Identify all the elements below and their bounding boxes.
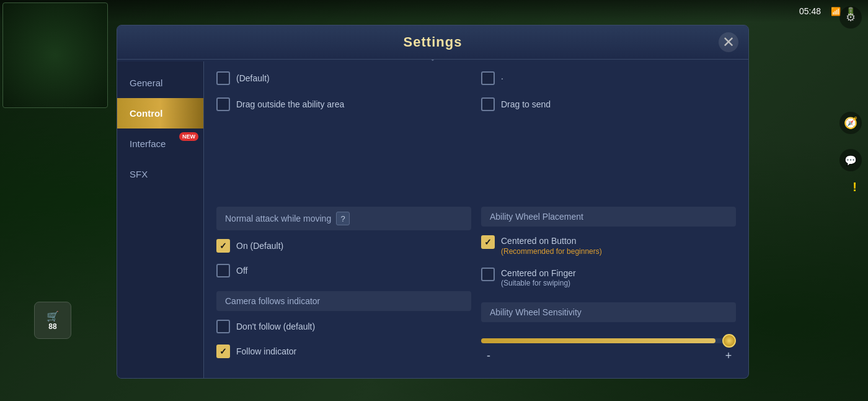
modal-header: Settings ✕ (117, 25, 748, 60)
sensitivity-slider-container: - + (481, 328, 736, 368)
dont-follow-label: Don't follow (default) (236, 322, 315, 331)
drag-to-send-col: Drag to send (481, 95, 736, 199)
default-label: (Default) (236, 73, 270, 83)
sidebar-item-general[interactable]: General (117, 68, 203, 98)
off-row: Off (216, 261, 471, 280)
normal-attack-title: Normal attack while moving (225, 214, 331, 223)
sensitivity-slider-track[interactable] (481, 338, 736, 343)
right-checkbox-partial[interactable] (481, 71, 495, 85)
dont-follow-row: Don't follow (default) (216, 317, 471, 336)
drag-outside-label: Drag outside the ability area (236, 99, 344, 109)
on-default-label: On (Default) (236, 241, 283, 251)
gear-icon[interactable]: ⚙ (839, 6, 862, 29)
ability-wheel-placement-header: Ability Wheel Placement (481, 207, 736, 227)
question-icon[interactable]: ? (336, 212, 350, 225)
game-right-panel: ⚙ 🧭 💬 ! (806, 0, 868, 401)
follow-indicator-row: Follow indicator (216, 342, 471, 361)
centered-button-label: Centered on Button (Recommended for begi… (501, 235, 602, 256)
off-checkbox[interactable] (216, 264, 230, 277)
follow-indicator-checkbox[interactable] (216, 345, 230, 358)
on-default-checkbox[interactable] (216, 239, 230, 253)
top-partial-left: (Default) (216, 71, 471, 85)
sensitivity-slider-controls: - + (481, 348, 736, 363)
close-button[interactable]: ✕ (719, 32, 738, 52)
centered-finger-checkbox[interactable] (481, 268, 495, 281)
sensitivity-slider-fill (481, 338, 715, 343)
off-label: Off (236, 266, 247, 276)
ability-wheel-placement-title: Ability Wheel Placement (490, 212, 583, 222)
cart-icon: 🛒 (46, 310, 59, 322)
centered-button-checkbox[interactable] (481, 235, 495, 249)
sidebar-item-sfx[interactable]: SFX (117, 159, 203, 189)
drag-outside-checkbox[interactable] (216, 97, 230, 111)
ability-wheel-sensitivity-header: Ability Wheel Sensitivity (481, 302, 736, 322)
sensitivity-slider-thumb[interactable] (722, 334, 736, 348)
cart-button[interactable]: 🛒 88 (34, 302, 71, 339)
settings-content: (Default) · Drag outside the ability are… (204, 61, 748, 378)
ability-wheel-sensitivity-title: Ability Wheel Sensitivity (490, 307, 582, 317)
sidebar-item-interface[interactable]: Interface NEW (117, 128, 203, 159)
camera-follows-header: Camera follows indicator (216, 291, 471, 311)
main-settings-columns: Normal attack while moving ? On (Default… (216, 207, 736, 368)
new-badge: NEW (179, 132, 198, 141)
top-partial-right: · (481, 71, 736, 85)
camera-follows-title: Camera follows indicator (225, 296, 320, 306)
centered-finger-option: Centered on Finger (Suitable for swiping… (481, 265, 736, 291)
default-checkbox-partial[interactable] (216, 71, 230, 85)
follow-indicator-label: Follow indicator (236, 346, 296, 356)
drag-to-send-checkbox[interactable] (481, 97, 495, 111)
sensitivity-minus-button[interactable]: - (481, 348, 496, 363)
cart-count: 88 (48, 322, 56, 331)
normal-attack-header: Normal attack while moving ? (216, 207, 471, 230)
sensitivity-plus-button[interactable]: + (721, 348, 736, 363)
sidebar-item-control[interactable]: Control (117, 98, 203, 128)
ability-wheel-col: Ability Wheel Placement Centered on Butt… (481, 207, 736, 368)
dont-follow-checkbox[interactable] (216, 320, 230, 333)
modal-title: Settings (404, 34, 463, 50)
hud-top: 05:48 📶 🔋 (0, 0, 868, 22)
drag-to-send-label: Drag to send (501, 99, 551, 109)
settings-sidebar: General Control Interface NEW SFX (117, 61, 204, 378)
chat-icon[interactable]: 💬 (839, 149, 862, 171)
drag-outside-col: Drag outside the ability area (216, 95, 471, 199)
modal-body: General Control Interface NEW SFX (Defau… (117, 61, 748, 378)
on-default-row: On (Default) (216, 237, 471, 255)
top-partial-row: (Default) · (216, 71, 736, 85)
right-partial-label: · (501, 73, 503, 83)
drag-row: Drag outside the ability area Drag to se… (216, 95, 736, 199)
centered-finger-label: Centered on Finger (Suitable for swiping… (501, 268, 576, 289)
centered-button-option: Centered on Button (Recommended for begi… (481, 233, 736, 259)
minimap (2, 2, 108, 108)
exclamation-icon: ! (852, 180, 857, 194)
game-left-panel: 🛒 88 (0, 0, 117, 401)
normal-attack-col: Normal attack while moving ? On (Default… (216, 207, 471, 368)
drag-outside-row: Drag outside the ability area (216, 95, 471, 114)
compass-icon[interactable]: 🧭 (839, 112, 862, 134)
drag-to-send-row: Drag to send (481, 95, 736, 114)
settings-modal: Settings ✕ ◆ General Control Interface N… (117, 25, 749, 379)
